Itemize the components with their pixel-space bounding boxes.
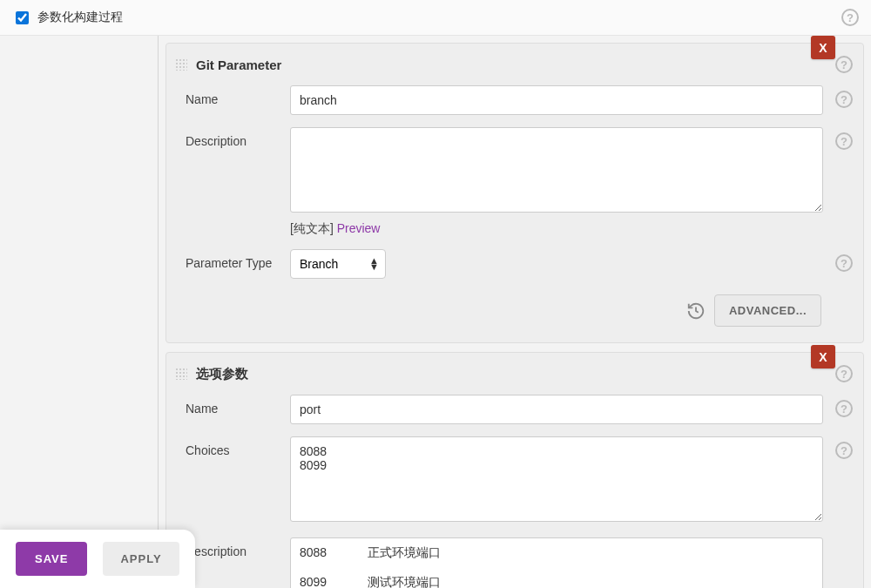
description-textarea[interactable] [290, 127, 823, 213]
close-button[interactable]: X [811, 345, 835, 368]
main-panel: X Git Parameter ? Name ? Description [159, 36, 871, 588]
help-icon[interactable]: ? [835, 132, 853, 150]
parameter-type-label: Parameter Type [186, 249, 290, 270]
advanced-button[interactable]: ADVANCED... [714, 294, 821, 327]
preview-link[interactable]: Preview [337, 221, 381, 235]
help-icon[interactable]: ? [835, 254, 853, 272]
help-icon[interactable]: ? [835, 365, 853, 382]
help-icon[interactable]: ? [835, 56, 853, 73]
left-gutter [0, 36, 159, 588]
apply-button[interactable]: APPLY [103, 542, 179, 576]
help-icon[interactable]: ? [835, 400, 853, 417]
parametrized-build-checkbox[interactable] [16, 11, 29, 24]
name-input[interactable] [290, 85, 823, 115]
help-icon[interactable]: ? [835, 91, 853, 108]
parametrized-build-header: 参数化构建过程 ? [0, 0, 871, 36]
save-button[interactable]: SAVE [16, 542, 87, 576]
drag-handle-icon[interactable] [175, 58, 187, 71]
block-title: 选项参数 [196, 366, 835, 382]
name-label: Name [186, 395, 290, 416]
drag-handle-icon[interactable] [175, 368, 187, 380]
choices-textarea[interactable] [290, 436, 823, 522]
plain-text-label: [纯文本] [290, 221, 334, 235]
block-title: Git Parameter [196, 57, 835, 72]
choices-label: Choices [186, 436, 290, 457]
parametrized-build-title: 参数化构建过程 [37, 10, 841, 25]
description-textarea[interactable] [290, 537, 823, 588]
git-parameter-block: X Git Parameter ? Name ? Description [165, 43, 864, 343]
help-icon[interactable]: ? [841, 9, 859, 26]
description-hint: [纯文本] Preview [290, 221, 823, 237]
help-icon[interactable]: ? [835, 442, 853, 459]
close-label: X [819, 350, 827, 364]
history-icon[interactable] [686, 301, 706, 321]
description-label: Description [186, 537, 290, 558]
name-label: Name [186, 85, 290, 106]
description-label: Description [186, 127, 290, 148]
bottom-action-bar: SAVE APPLY [0, 530, 195, 588]
close-label: X [819, 41, 827, 55]
name-input[interactable] [290, 395, 823, 424]
parameter-type-select[interactable]: Branch [290, 249, 386, 279]
close-button[interactable]: X [811, 36, 835, 59]
choice-parameter-block: X 选项参数 ? Name ? Choices [165, 352, 864, 588]
